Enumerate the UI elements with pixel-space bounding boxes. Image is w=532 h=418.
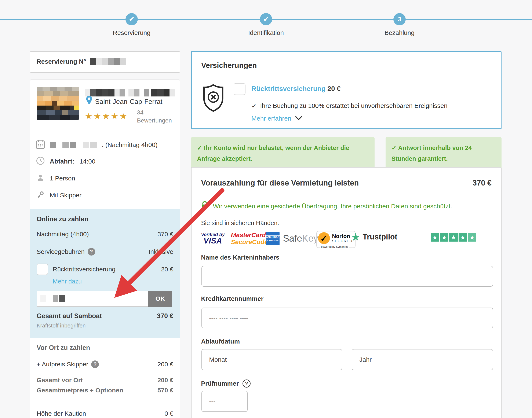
amex-line1: AMERICAN — [265, 235, 280, 238]
boat-location: Saint-Jean-Cap-Ferrat — [95, 98, 162, 105]
cvc-label: Prüfnummer — [201, 380, 239, 387]
card-number-input[interactable] — [201, 308, 493, 328]
step-check-icon: ✔ — [260, 13, 272, 25]
onsite-total-value: 200 € — [157, 377, 173, 384]
departure-label: Abfahrt: — [50, 158, 74, 165]
online-title: Online zu zahlen — [37, 215, 88, 223]
norton-text: Norton — [332, 233, 353, 239]
total-label: Gesamt auf Samboat — [37, 312, 102, 320]
step-bezahlung: 3 Bezahlung — [378, 13, 421, 36]
persons-value: 1 Person — [50, 175, 75, 182]
skipper-value: Mit Skipper — [50, 192, 82, 199]
step-check-icon: ✔ — [126, 13, 138, 25]
lock-icon — [201, 201, 208, 211]
price-row-afternoon: Nachmittag (4h00) 370 € — [37, 231, 173, 238]
visa-text: VISA — [201, 236, 225, 245]
total-value: 370 € — [157, 312, 173, 320]
more-info-link[interactable]: Mehr dazu — [53, 278, 82, 285]
departure-row: Abfahrt: 14:00 — [36, 157, 95, 166]
check-icon: ✓ — [197, 144, 202, 151]
chevron-down-icon[interactable] — [295, 115, 302, 122]
samboat-total-row: Gesamt auf Samboat 370 € — [37, 312, 173, 320]
safekey-light: Key — [302, 233, 318, 244]
boat-photo — [37, 87, 79, 120]
norton-secured-logo: ✓ Norton SECURED powered by Symantec — [316, 231, 355, 248]
notice-charge-on-accept: ✓ Ihr Konto wird nur belastet, wenn der … — [191, 137, 375, 170]
cancellation-insurance-checkbox[interactable] — [37, 264, 48, 275]
norton-secured-text: SECURED — [332, 239, 353, 243]
redacted-date — [50, 142, 97, 148]
deposit-label: Höhe der Kaution — [37, 410, 86, 417]
insurance-offer-price: 20 € — [327, 85, 341, 93]
trustpilot-rating-star: ★ — [449, 233, 458, 242]
insurance-offer-name[interactable]: Rücktrittsversicherung — [251, 85, 325, 93]
key-icon — [36, 190, 45, 200]
trustpilot-rating-star: ★ — [440, 233, 449, 242]
insurance-offer-line: Rücktrittsversicherung 20 € — [251, 85, 341, 93]
departure-time: 14:00 — [80, 158, 95, 165]
safekey-dark: Safe — [283, 233, 302, 244]
shield-cancel-icon — [203, 83, 224, 114]
expiry-year-select[interactable] — [352, 349, 493, 370]
insurance-benefit-line: ✓ Ihre Buchung zu 100% erstattet bei unv… — [251, 102, 448, 110]
date-note: . (Nachmittag 4h00) — [102, 141, 157, 149]
norton-check-icon: ✓ — [318, 232, 330, 244]
redacted-reservation-number — [90, 58, 126, 65]
trustpilot-rating-star: ★ — [468, 233, 476, 242]
rating-stars: ★★★★★ — [85, 111, 128, 121]
reservation-number-label: Reservierung N° — [37, 58, 86, 65]
promo-ok-button[interactable]: OK — [148, 291, 172, 307]
step-label: Reservierung — [110, 29, 153, 36]
insurance-offer-checkbox[interactable] — [234, 83, 246, 95]
insurance-box-title: Versicherungen — [201, 61, 257, 70]
rating-count: 34 — [137, 109, 143, 116]
secure-transfer-text: Wir verwenden eine gesicherte Übertragun… — [213, 203, 452, 210]
skipper-row: Mit Skipper — [36, 190, 82, 200]
persons-row: 1 Person — [36, 174, 75, 183]
step-identifikation: ✔ Identifikation — [245, 13, 287, 36]
expiry-month-select[interactable] — [201, 349, 342, 370]
onsite-title: Vor Ort zu zahlen — [37, 344, 90, 352]
cvc-help-icon[interactable]: ? — [243, 380, 250, 388]
person-icon — [36, 174, 45, 183]
clock-icon — [36, 157, 45, 166]
learn-more-row[interactable]: Mehr erfahren — [251, 115, 302, 122]
check-icon: ✓ — [391, 144, 397, 151]
reservation-number-line: Reservierung N° — [37, 58, 126, 65]
payment-form-card: Vorauszahlung für diese Vermietung leist… — [191, 167, 502, 418]
grand-total-value: 570 € — [157, 387, 173, 394]
trustpilot-star-icon: ★ — [351, 232, 361, 243]
cardholder-name-input[interactable] — [201, 266, 493, 287]
cvc-input[interactable] — [201, 391, 248, 412]
insurance-offer-box: Versicherungen Rücktrittsversicherung 20… — [191, 51, 502, 129]
notice-text: Ihr Konto wird nur belastet, wenn der An… — [197, 144, 349, 162]
header-divider — [192, 77, 501, 77]
mastercard-text: MasterCard. — [231, 232, 270, 238]
insurance-label: Rücktrittsversicherung — [53, 266, 116, 273]
trustpilot-text: Trustpilot — [363, 232, 397, 241]
trustpilot-rating-star: ★ — [459, 233, 467, 242]
help-icon[interactable]: ? — [88, 248, 95, 255]
skipper-surcharge-value: 200 € — [157, 361, 173, 368]
help-icon[interactable]: ? — [91, 360, 99, 368]
payment-logos-row: Verified by VISA MasterCard. SecureCode.… — [191, 231, 501, 250]
payment-title: Vorauszahlung für diese Vermietung leist… — [201, 179, 359, 187]
norton-powered-text: powered by Symantec — [320, 245, 349, 248]
insurance-value: 20 € — [161, 266, 173, 273]
step-label: Bezahlung — [378, 29, 421, 36]
safe-hands-text: Sie sind in sicheren Händen. — [201, 220, 279, 227]
trustpilot-logo: ★ Trustpilot — [351, 232, 397, 243]
payment-amount: 370 € — [473, 179, 492, 187]
step-number-badge: 3 — [393, 13, 406, 25]
price-row-servicefee: Servicegebühren ? Inklusive — [37, 248, 173, 255]
notice-24h-answer: ✓ Antwort innerhalb von 24 Stunden garan… — [386, 137, 502, 170]
trustpilot-rating-stars: ★ ★ ★ ★ ★ — [431, 233, 476, 242]
redacted-boat-name — [85, 89, 175, 96]
learn-more-link[interactable]: Mehr erfahren — [251, 115, 291, 122]
step-reservierung: ✔ Reservierung — [110, 13, 153, 36]
cvc-label-row: Prüfnummer ? — [201, 380, 250, 388]
onsite-total-label: Gesamt vor Ort — [37, 377, 83, 384]
location-pin-icon — [86, 96, 93, 106]
insurance-benefit-text: Ihre Buchung zu 100% erstattet bei unvor… — [260, 102, 448, 110]
deposit-row: Höhe der Kaution 0 € — [37, 410, 173, 417]
